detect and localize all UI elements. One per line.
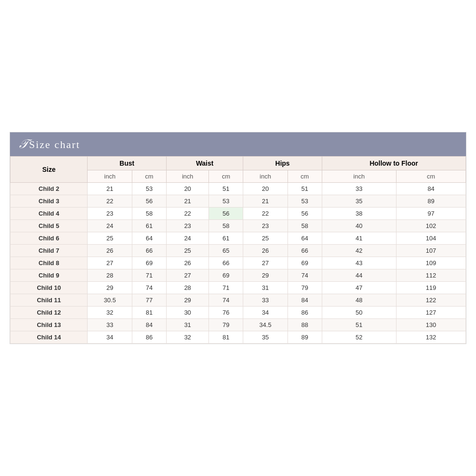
cell-hip-cm: 74 bbox=[288, 269, 322, 282]
cell-hip-cm: 89 bbox=[288, 331, 322, 344]
cell-size: Child 8 bbox=[10, 257, 88, 269]
cell-hip-cm: 86 bbox=[288, 307, 322, 319]
title-bar: 𝒯Size chart bbox=[10, 132, 466, 156]
cell-htf-inch: 42 bbox=[322, 245, 396, 257]
subheader-htf-inch: inch bbox=[322, 170, 396, 183]
cell-size: Child 14 bbox=[10, 331, 88, 344]
cell-hip-inch: 35 bbox=[243, 331, 288, 344]
cell-bust-inch: 24 bbox=[88, 220, 132, 232]
cell-hip-inch: 26 bbox=[243, 245, 288, 257]
table-row: Child 726662565266642107 bbox=[10, 245, 466, 257]
cell-bust-cm: 53 bbox=[132, 183, 167, 195]
header-row-1: Size Bust Waist Hips Hollow to Floor bbox=[10, 157, 466, 170]
cell-htf-inch: 51 bbox=[322, 319, 396, 331]
cell-hip-cm: 56 bbox=[288, 208, 322, 220]
cell-waist-cm: 69 bbox=[209, 269, 243, 282]
table-row: Child 1434863281358952132 bbox=[10, 331, 466, 344]
header-hips: Hips bbox=[243, 157, 322, 170]
cell-size: Child 11 bbox=[10, 294, 88, 307]
cell-waist-inch: 27 bbox=[166, 269, 209, 282]
cell-htf-cm: 130 bbox=[396, 319, 466, 331]
cell-waist-inch: 25 bbox=[166, 245, 209, 257]
cell-waist-cm: 56 bbox=[209, 208, 243, 220]
title-script-letter: 𝒯 bbox=[19, 137, 27, 151]
cell-bust-cm: 64 bbox=[132, 232, 167, 245]
cell-hip-cm: 88 bbox=[288, 319, 322, 331]
cell-size: Child 10 bbox=[10, 282, 88, 294]
cell-waist-cm: 76 bbox=[209, 307, 243, 319]
cell-hip-inch: 20 bbox=[243, 183, 288, 195]
cell-hip-inch: 25 bbox=[243, 232, 288, 245]
cell-htf-cm: 132 bbox=[396, 331, 466, 344]
cell-waist-inch: 22 bbox=[166, 208, 209, 220]
cell-hip-inch: 31 bbox=[243, 282, 288, 294]
cell-waist-inch: 23 bbox=[166, 220, 209, 232]
cell-hip-inch: 33 bbox=[243, 294, 288, 307]
cell-htf-cm: 112 bbox=[396, 269, 466, 282]
cell-bust-inch: 21 bbox=[88, 183, 132, 195]
cell-size: Child 5 bbox=[10, 220, 88, 232]
cell-waist-cm: 51 bbox=[209, 183, 243, 195]
cell-htf-inch: 41 bbox=[322, 232, 396, 245]
table-row: Child 524612358235840102 bbox=[10, 220, 466, 232]
cell-waist-cm: 79 bbox=[209, 319, 243, 331]
table-row: Child 1232813076348650127 bbox=[10, 307, 466, 319]
cell-hip-inch: 23 bbox=[243, 220, 288, 232]
cell-size: Child 9 bbox=[10, 269, 88, 282]
cell-hip-cm: 79 bbox=[288, 282, 322, 294]
cell-htf-cm: 102 bbox=[396, 220, 466, 232]
cell-bust-cm: 77 bbox=[132, 294, 167, 307]
cell-waist-cm: 58 bbox=[209, 220, 243, 232]
cell-waist-inch: 24 bbox=[166, 232, 209, 245]
cell-htf-inch: 47 bbox=[322, 282, 396, 294]
cell-bust-inch: 27 bbox=[88, 257, 132, 269]
cell-bust-inch: 23 bbox=[88, 208, 132, 220]
cell-bust-cm: 66 bbox=[132, 245, 167, 257]
cell-waist-inch: 21 bbox=[166, 195, 209, 208]
cell-waist-inch: 29 bbox=[166, 294, 209, 307]
cell-bust-inch: 25 bbox=[88, 232, 132, 245]
subheader-htf-cm: cm bbox=[396, 170, 466, 183]
cell-size: Child 2 bbox=[10, 183, 88, 195]
subheader-hip-inch: inch bbox=[243, 170, 288, 183]
cell-hip-inch: 34 bbox=[243, 307, 288, 319]
cell-htf-cm: 104 bbox=[396, 232, 466, 245]
header-hollow-to-floor: Hollow to Floor bbox=[322, 157, 466, 170]
cell-waist-inch: 31 bbox=[166, 319, 209, 331]
cell-waist-cm: 74 bbox=[209, 294, 243, 307]
cell-bust-inch: 30.5 bbox=[88, 294, 132, 307]
cell-size: Child 12 bbox=[10, 307, 88, 319]
cell-size: Child 6 bbox=[10, 232, 88, 245]
cell-waist-cm: 81 bbox=[209, 331, 243, 344]
cell-htf-inch: 38 bbox=[322, 208, 396, 220]
cell-htf-inch: 44 bbox=[322, 269, 396, 282]
cell-htf-inch: 43 bbox=[322, 257, 396, 269]
table-row: Child 1130.5772974338448122 bbox=[10, 294, 466, 307]
cell-htf-inch: 40 bbox=[322, 220, 396, 232]
cell-hip-inch: 27 bbox=[243, 257, 288, 269]
cell-bust-inch: 29 bbox=[88, 282, 132, 294]
cell-waist-cm: 71 bbox=[209, 282, 243, 294]
header-waist: Waist bbox=[166, 157, 243, 170]
cell-bust-cm: 74 bbox=[132, 282, 167, 294]
header-bust: Bust bbox=[88, 157, 166, 170]
cell-hip-inch: 22 bbox=[243, 208, 288, 220]
cell-htf-cm: 89 bbox=[396, 195, 466, 208]
cell-hip-inch: 34.5 bbox=[243, 319, 288, 331]
chart-title: 𝒯Size chart bbox=[19, 137, 80, 151]
size-table: Size Bust Waist Hips Hollow to Floor inc… bbox=[10, 156, 466, 344]
cell-htf-inch: 52 bbox=[322, 331, 396, 344]
cell-bust-cm: 61 bbox=[132, 220, 167, 232]
cell-hip-cm: 66 bbox=[288, 245, 322, 257]
cell-hip-cm: 58 bbox=[288, 220, 322, 232]
cell-bust-inch: 22 bbox=[88, 195, 132, 208]
cell-waist-inch: 26 bbox=[166, 257, 209, 269]
cell-waist-inch: 30 bbox=[166, 307, 209, 319]
cell-htf-inch: 48 bbox=[322, 294, 396, 307]
cell-bust-inch: 34 bbox=[88, 331, 132, 344]
cell-size: Child 13 bbox=[10, 319, 88, 331]
table-row: Child 928712769297444112 bbox=[10, 269, 466, 282]
cell-hip-cm: 64 bbox=[288, 232, 322, 245]
header-size: Size bbox=[10, 157, 88, 183]
cell-htf-cm: 122 bbox=[396, 294, 466, 307]
